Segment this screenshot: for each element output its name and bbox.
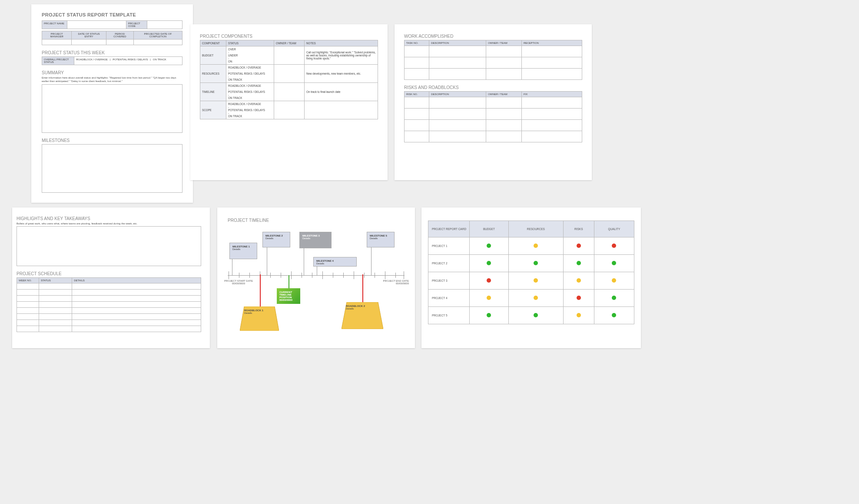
rc-project-name: PROJECT 1 (428, 237, 470, 255)
milestone-box-3[interactable]: MILESTONE 3Details (299, 232, 332, 248)
table-row[interactable] (17, 296, 201, 302)
component-resources: RESOURCES (200, 65, 226, 83)
row-resources: RESOURCES ROADBLOCK / OVERAGE - POTENTIA… (200, 65, 378, 83)
dse-label: DATE OF STATUS ENTRY (72, 31, 106, 40)
page-project-components: PROJECT COMPONENTS COMPONENT STATUS OWNE… (190, 24, 388, 180)
current-position-marker[interactable]: CURRENT TIMELINE POSITION00/00/0000 (277, 288, 300, 304)
pm-value[interactable] (42, 40, 72, 45)
tick-icon (291, 271, 292, 279)
milestone-box-1[interactable]: MILESTONE 1Details (229, 243, 257, 259)
status-dot-icon (577, 296, 581, 300)
start-date-label: PROJECT START DATE00/00/0000 (223, 280, 254, 285)
rc-project-name: PROJECT 3 (428, 272, 470, 290)
status-dot-cell (563, 290, 594, 307)
table-row[interactable] (405, 109, 582, 120)
overall-status-value[interactable]: ROADBLOCK / OVERAGE | POTENTIAL RISKS / … (74, 57, 182, 65)
tick-icon (333, 273, 333, 278)
connector-icon (317, 265, 317, 275)
project-name-label: PROJECT NAME (42, 21, 67, 29)
milestone-box-2[interactable]: MILESTONE 2Details (262, 232, 290, 247)
table-row[interactable] (405, 46, 582, 57)
highlights-desc: Bullets of great work, who owns what, wh… (17, 222, 201, 225)
table-row[interactable] (17, 326, 201, 332)
rc-project-name: PROJECT 4 (428, 290, 470, 307)
status-dot-icon (487, 244, 491, 248)
status-dot-cell (563, 272, 594, 290)
status-dot-icon (534, 261, 538, 265)
project-name-value[interactable] (67, 21, 126, 29)
status-budget[interactable]: OVER - UNDER - ON (226, 46, 274, 65)
sched-col-status: STATUS (39, 278, 72, 283)
status-dot-cell (563, 307, 594, 324)
notes-scope[interactable] (305, 101, 378, 119)
table-row[interactable] (405, 97, 582, 109)
notes-budget[interactable]: Call out highlights: "Exceptional work."… (305, 46, 378, 65)
roadblock-box-2[interactable]: ROADBLOCK 2Details (342, 302, 383, 329)
rc-col-risks: RISKS (563, 221, 594, 237)
status-dot-cell (594, 255, 634, 272)
report-card-table: PROJECT REPORT CARD BUDGET RESOURCES RIS… (428, 221, 634, 324)
report-card-row: PROJECT 2 (428, 255, 634, 272)
summary-textbox[interactable] (42, 84, 182, 133)
pc-value[interactable] (106, 40, 133, 45)
summary-heading: SUMMARY (42, 70, 182, 75)
status-dot-icon (612, 244, 616, 248)
milestones-textbox[interactable] (42, 144, 182, 193)
page-status-report: PROJECT STATUS REPORT TEMPLATE PROJECT N… (31, 4, 193, 203)
schedule-table: WEEK NO. STATUS DETAILS (17, 277, 201, 332)
component-timeline: TIMELINE (200, 83, 226, 101)
summary-description: Enter information here about overall sta… (42, 76, 182, 83)
status-dot-cell (469, 272, 508, 290)
table-row[interactable] (405, 57, 582, 69)
report-card-row: PROJECT 3 (428, 272, 634, 290)
status-timeline[interactable]: ROADBLOCK / OVERAGE - POTENTIAL RISKS / … (226, 83, 274, 101)
owner-timeline[interactable] (274, 83, 305, 101)
project-code-value[interactable] (147, 21, 182, 29)
table-row[interactable] (17, 308, 201, 314)
pd-value[interactable] (133, 40, 182, 45)
tick-icon (312, 273, 312, 278)
notes-timeline[interactable]: On track to final launch date (305, 83, 378, 101)
sched-col-details: DETAILS (72, 278, 201, 283)
status-dot-icon (534, 313, 538, 317)
tick-icon (364, 273, 365, 278)
table-row[interactable] (17, 314, 201, 320)
tick-icon (281, 273, 281, 278)
status-dot-icon (577, 244, 581, 248)
status-resources[interactable]: ROADBLOCK / OVERAGE - POTENTIAL RISKS / … (226, 65, 274, 83)
status-dot-icon (487, 313, 491, 317)
tick-icon (354, 271, 354, 279)
rc-project-name: PROJECT 2 (428, 255, 470, 272)
rr-col-risk: RISK NO. (405, 92, 429, 97)
highlights-textbox[interactable] (17, 226, 201, 266)
table-row[interactable] (405, 69, 582, 80)
col-owner: OWNER / TEAM (274, 40, 305, 46)
overall-status-row: OVERALL PROJECT STATUS ROADBLOCK / OVERA… (42, 56, 182, 65)
owner-budget[interactable] (274, 46, 305, 65)
owner-scope[interactable] (274, 101, 305, 119)
milestone-box-5[interactable]: MILESTONE 5Details (367, 232, 395, 247)
milestone-box-4[interactable]: MILESTONE 4Details (313, 257, 357, 267)
status-dot-cell (469, 307, 508, 324)
notes-resources[interactable]: New developments, new team members, etc. (305, 65, 378, 83)
table-row[interactable] (17, 283, 201, 290)
table-row[interactable] (17, 302, 201, 308)
page-title: PROJECT STATUS REPORT TEMPLATE (42, 12, 182, 17)
tick-icon (239, 273, 239, 278)
rc-col-resources: RESOURCES (509, 221, 564, 237)
highlights-title: HIGHLIGHTS AND KEY TAKEAWAYS (17, 216, 201, 221)
project-name-code-table: PROJECT NAME PROJECT CODE (42, 20, 182, 29)
owner-resources[interactable] (274, 65, 305, 83)
table-row[interactable] (17, 290, 201, 296)
table-row[interactable] (17, 320, 201, 326)
components-title: PROJECT COMPONENTS (200, 34, 378, 39)
table-row[interactable] (405, 120, 582, 131)
col-status: STATUS (226, 40, 274, 46)
roadblock-box-1[interactable]: ROADBLOCK 1Details (240, 306, 279, 331)
row-scope: SCOPE ROADBLOCK / OVERAGE - POTENTIAL RI… (200, 101, 378, 119)
dse-value[interactable] (72, 40, 106, 45)
timeline-axis (228, 275, 405, 276)
table-row[interactable] (405, 131, 582, 142)
status-scope[interactable]: ROADBLOCK / OVERAGE - POTENTIAL RISKS / … (226, 101, 274, 119)
wa-col-owner: OWNER / TEAM (486, 40, 522, 46)
